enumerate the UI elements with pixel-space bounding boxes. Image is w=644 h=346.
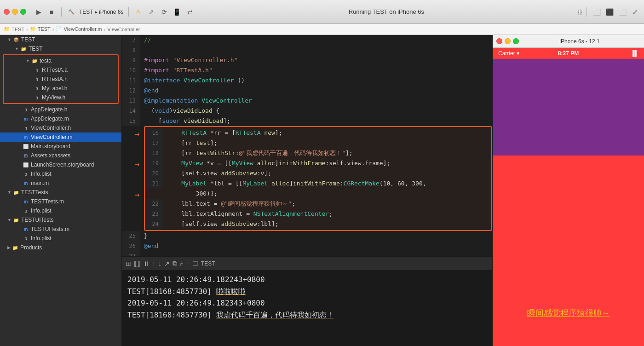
sidebar-item-main-storyboard[interactable]: ⬜ Main.storyboard: [0, 142, 121, 151]
run-button[interactable]: ▶: [34, 7, 44, 17]
separator-1: [61, 7, 62, 17]
console-line-2: TEST[18168:4857730] 啦啦啦啦: [127, 286, 487, 298]
sidebar-item-info-plist[interactable]: p Info.plist: [0, 169, 121, 179]
sidebar-item-myview-h[interactable]: h MyView.h: [4, 93, 118, 102]
code-line-11: 11 @interface ViewController (): [122, 75, 492, 86]
console: 2019-05-11 20:26:49.182243+0800 TEST[181…: [122, 270, 492, 346]
h-icon-2: h: [22, 124, 29, 132]
toolbar-center: Running TEST on iPhone 6s: [195, 8, 578, 15]
sidebar-item-project[interactable]: ▼ 📦 TEST: [0, 35, 121, 44]
code-line-20: 20 [self.view addSubview:v];: [145, 168, 491, 179]
m-icon-5: m: [22, 225, 29, 233]
editor-icon-share[interactable]: ↑: [186, 260, 190, 267]
sim-text-label: 瞬间感觉程序猿很帅～: [493, 307, 644, 318]
triangle-icon-5: ▼: [7, 218, 12, 222]
xcassets-icon: ⊞: [22, 152, 29, 159]
sidebar-item-launchscreen[interactable]: ⬜ LaunchScreen.storyboard: [0, 160, 121, 169]
triangle-icon-2: ▼: [15, 46, 19, 51]
sidebar-item-testtests-m[interactable]: m TESTTests.m: [0, 197, 121, 206]
sb-icon: ⬜: [22, 143, 29, 150]
arrow-1: →: [135, 129, 140, 138]
plist-icon: p: [22, 170, 29, 178]
sidebar-item-assets[interactable]: ⊞ Assets.xcassets: [0, 151, 121, 160]
sim-close-button[interactable]: [496, 38, 502, 44]
sidebar-item-testtests[interactable]: ▼ 📁 TESTTests: [0, 188, 121, 197]
project-icon: 📦: [12, 36, 20, 43]
h-file-icon-3: h: [33, 94, 40, 101]
breadcrumb-item-3[interactable]: 📄 ViewController.m: [56, 26, 102, 32]
breadcrumb-item-4[interactable]: ViewController: [107, 27, 140, 32]
scheme-label: TEST ▸ iPhone 6s: [79, 9, 124, 15]
breadcrumb-item-1[interactable]: 📁TEST: [4, 26, 24, 32]
sim-minimize-button[interactable]: [505, 38, 511, 44]
sidebar-item-testtests-plist[interactable]: p Info.plist: [0, 206, 121, 215]
editor-icon-sim[interactable]: ☐: [192, 260, 198, 267]
code-line-19: 19 MyView *v = [[MyView alloc]initWithFr…: [145, 158, 491, 168]
warnings-icon[interactable]: ⚠: [133, 7, 144, 17]
m-icon: m: [22, 115, 29, 122]
diff-icon[interactable]: ⇄: [185, 7, 195, 17]
code-line-16: 16 RTTestA *rr = [RTTestA new];: [145, 128, 491, 138]
editor-icon-branch[interactable]: ⑃: [180, 260, 184, 267]
minimize-button[interactable]: [12, 9, 18, 15]
layout-right-icon[interactable]: ⬜: [617, 7, 627, 17]
wifi-icon: ▾: [517, 50, 519, 57]
editor-icon-pause[interactable]: ⏸: [143, 260, 150, 267]
layout-center-icon[interactable]: ⬛: [604, 7, 615, 17]
breadcrumb-item-2[interactable]: 📁 TEST: [30, 26, 51, 32]
editor-icon-step-out[interactable]: ↗: [164, 260, 170, 267]
toolbar-left: ▶ ■ 🔨 TEST ▸ iPhone 6s ⚠ ↗ ⟳ 📱 ⇄: [4, 7, 195, 17]
sidebar-item-testuitests-m[interactable]: m TESTUITests.m: [0, 225, 121, 234]
editor-icon-2[interactable]: ⟦⟧: [134, 260, 140, 267]
editor-console-area: 7 // 8 9 #import "ViewController.h" 10 #…: [122, 35, 492, 346]
code-line-13: 13 @implementation ViewController: [122, 96, 492, 106]
stop-button[interactable]: ■: [46, 7, 57, 17]
testa-folder-icon: 📁: [31, 57, 38, 64]
sim-carrier: Carrier ▾: [498, 50, 545, 57]
code-line-25: 25 }: [122, 231, 492, 241]
sidebar-item-rttesta-a[interactable]: h RTTestA.a: [4, 65, 118, 75]
sidebar-item-products[interactable]: ▶ 📁 Products: [0, 243, 121, 252]
folder-icon-2: 📁: [12, 189, 20, 196]
code-line-17: 17 [rr test];: [145, 138, 491, 148]
h-icon: h: [22, 106, 29, 113]
h-file-icon-2: h: [33, 85, 40, 92]
sidebar-item-main-m[interactable]: m main.m: [0, 179, 121, 188]
sidebar-item-testuitests-plist[interactable]: p Info.plist: [0, 234, 121, 243]
simulate-icon[interactable]: 📱: [172, 7, 182, 17]
sidebar-item-viewcontroller-m[interactable]: m ViewController.m: [0, 133, 121, 142]
layout-left-icon[interactable]: ⬜: [592, 7, 602, 17]
sidebar-item-rttesta-h[interactable]: h RTTestA.h: [4, 75, 118, 84]
orange-highlighted-block: → → → 16 RTTestA *rr = [RTTestA new]; 17…: [144, 126, 492, 231]
code-line-7: 7 //: [122, 35, 492, 45]
code-line-15: 15 [super viewDidLoad];: [122, 116, 492, 126]
sidebar-item-testuitests[interactable]: ▼ 📁 TESTUITests: [0, 215, 121, 225]
editor-icon-step-over[interactable]: ↑: [152, 260, 155, 267]
braces-icon: {}: [578, 8, 582, 15]
folder-icon-4: 📁: [12, 244, 19, 251]
sidebar-item-testa[interactable]: ▼ 📁 testa: [4, 56, 118, 65]
editor-icon-1[interactable]: ⊞: [126, 260, 131, 267]
code-line-14: 14 - (void)viewDidLoad {: [122, 106, 492, 116]
breakpoint-icon[interactable]: ↗: [146, 7, 156, 17]
sidebar-item-appdelegate-h[interactable]: h AppDelegate.h: [0, 105, 121, 114]
editor-icon-step-in[interactable]: ↓: [158, 260, 161, 267]
simulator-statusbar: Carrier ▾ 8:27 PM ▐▌: [493, 48, 644, 59]
code-line-21: 21 MyLabel *lbl = [[MyLabel alloc]initWi…: [145, 179, 491, 189]
sidebar-item-mylabel-h[interactable]: h MyLabel.h: [4, 84, 118, 93]
fullscreen-icon[interactable]: ⤢: [630, 7, 640, 17]
close-button[interactable]: [4, 9, 10, 15]
sidebar-item-appdelegate-m[interactable]: m AppDelegate.m: [0, 114, 121, 123]
code-editor[interactable]: 7 // 8 9 #import "ViewController.h" 10 #…: [122, 35, 492, 256]
editor-icon-frame[interactable]: ⧉: [172, 260, 177, 267]
sidebar: ▼ 📦 TEST ▼ 📁 TEST ▼ 📁 testa h: [0, 35, 122, 346]
sidebar-item-viewcontroller-h[interactable]: h ViewController.h: [0, 123, 121, 133]
code-line-18: 18 [rr testWithStr:@"我虐代码千百遍，代码待我如初恋！"];: [145, 148, 491, 158]
debug-icon[interactable]: ⟳: [159, 7, 169, 17]
plist-icon-3: p: [22, 235, 29, 242]
sidebar-item-test-group[interactable]: ▼ 📁 TEST: [0, 44, 121, 53]
maximize-button[interactable]: [20, 9, 26, 15]
code-line-24: 24 [self.view addSubview:lbl];: [145, 219, 491, 229]
code-line-27: 27: [122, 251, 492, 256]
sim-maximize-button[interactable]: [513, 38, 519, 44]
